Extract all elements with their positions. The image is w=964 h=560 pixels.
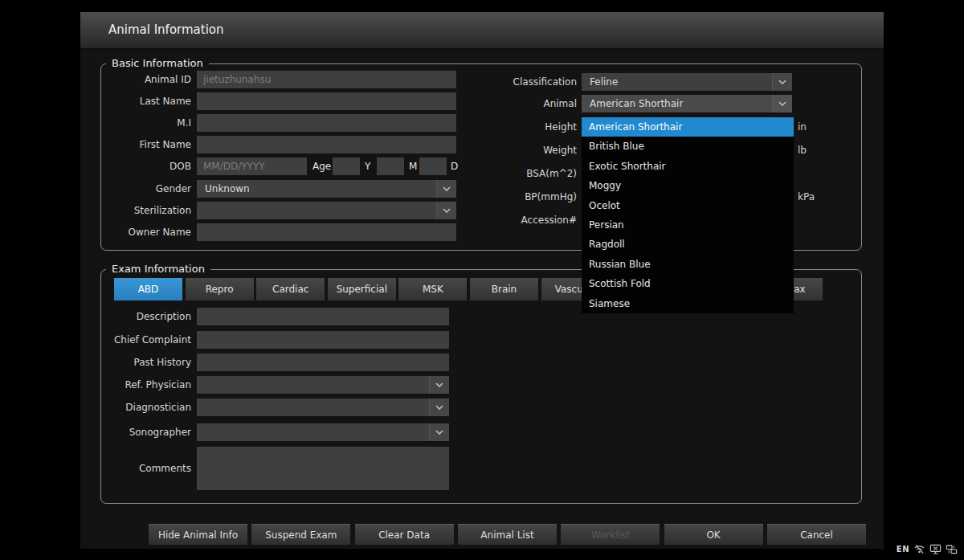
ok-button[interactable]: OK [664,524,763,545]
ref-physician-label: Ref. Physician [80,376,191,394]
age-years-input[interactable] [333,157,360,175]
chief-complaint-label: Chief Complaint [80,331,191,349]
dicom-transfer-icon [946,543,958,555]
gender-combobox[interactable]: Unknown [197,180,456,198]
animal-breed-dropdown-list: American Shorthair British Blue Exotic S… [582,117,794,313]
chevron-down-icon [429,399,449,416]
chief-complaint-input[interactable] [197,331,449,349]
sonographer-combobox[interactable] [197,423,449,441]
animal-id-label: Animal ID [80,71,191,88]
gender-label: Gender [80,180,191,198]
animal-option[interactable]: Persian [582,215,794,235]
exam-tab-repro[interactable]: Repro [186,278,254,300]
suspend-exam-button[interactable]: Suspend Exam [251,524,350,545]
chevron-down-icon [772,95,792,112]
age-label: Age [312,157,331,175]
diagnostician-combobox[interactable] [197,399,449,416]
language-indicator: EN [897,545,909,554]
animal-information-dialog: Animal Information Basic Information Ani… [80,12,884,549]
animal-label: Animal [442,95,577,112]
mi-label: M.I [80,114,191,132]
classification-combobox[interactable]: Feline [582,73,792,91]
weight-unit: lb [798,141,807,159]
past-history-label: Past History [80,354,191,371]
screen-network-icon [929,543,942,555]
sterilization-label: Sterilization [80,202,191,219]
worklist-button: Worklist [561,524,660,545]
animal-combobox[interactable]: American Shorthair [582,95,792,112]
weight-label: Weight [442,141,577,159]
exam-information-legend: Exam Information [106,263,210,276]
bsa-label: BSA(m^2) [442,165,577,182]
mi-input[interactable] [197,114,456,132]
animal-option[interactable]: Moggy [582,176,794,195]
owner-name-input[interactable] [197,223,456,241]
animal-option[interactable]: Siamese [582,294,794,313]
animal-value: American Shorthair [582,98,772,109]
chevron-down-icon [429,376,449,394]
chevron-down-icon [429,423,449,441]
diagnostician-label: Diagnostician [80,399,191,416]
height-unit: in [798,118,807,136]
dialog-header: Animal Information [80,12,884,49]
bp-label: BP(mmHg) [442,188,577,206]
bp-unit: kPa [798,188,815,206]
animal-list-button[interactable]: Animal List [458,524,557,545]
animal-id-input[interactable] [197,71,456,88]
years-unit-label: Y [365,157,370,175]
owner-name-label: Owner Name [80,223,191,241]
sterilization-combobox[interactable] [197,202,456,219]
classification-label: Classification [442,73,577,91]
height-label: Height [442,118,577,136]
dob-label: DOB [80,157,191,175]
animal-option[interactable]: Ragdoll [582,235,794,254]
clear-data-button[interactable]: Clear Data [355,524,454,545]
basic-information-legend: Basic Information [106,57,209,70]
sonographer-label: Sonographer [80,423,191,441]
exam-tab-abd[interactable]: ABD [114,278,182,300]
gender-value: Unknown [197,183,436,194]
past-history-input[interactable] [197,354,449,371]
first-name-input[interactable] [197,136,456,153]
system-status-bar: EN [897,543,958,555]
description-input[interactable] [197,308,449,325]
first-name-label: First Name [80,136,191,153]
exam-tab-brain[interactable]: Brain [470,278,538,300]
comments-label: Comments [80,460,191,477]
hide-animal-info-button[interactable]: Hide Animal Info [149,524,247,545]
screen: Animal Information Basic Information Ani… [0,0,964,560]
animal-option[interactable]: Scottish Fold [582,274,794,293]
animal-option[interactable]: British Blue [582,137,794,156]
cancel-button[interactable]: Cancel [767,524,866,545]
exam-tab-cardiac[interactable]: Cardiac [256,278,325,300]
classification-value: Feline [582,76,772,88]
description-label: Description [80,308,191,325]
animal-option[interactable]: Ocelot [582,196,794,215]
age-months-input[interactable] [377,157,404,175]
last-name-input[interactable] [197,92,456,110]
exam-tab-superficial[interactable]: Superficial [328,278,396,300]
last-name-label: Last Name [80,92,191,110]
ref-physician-combobox[interactable] [197,376,449,394]
accession-label: Accession# [442,211,577,229]
dialog-title: Animal Information [108,12,224,48]
wifi-off-icon [913,543,925,555]
comments-textarea[interactable] [197,447,449,490]
dob-input[interactable] [197,157,307,175]
chevron-down-icon [772,73,792,91]
animal-option[interactable]: Exotic Shorthair [582,157,794,176]
animal-option[interactable]: American Shorthair [582,117,794,137]
exam-tab-msk[interactable]: MSK [398,278,467,300]
animal-option[interactable]: Russian Blue [582,255,794,274]
months-unit-label: M [409,157,417,175]
